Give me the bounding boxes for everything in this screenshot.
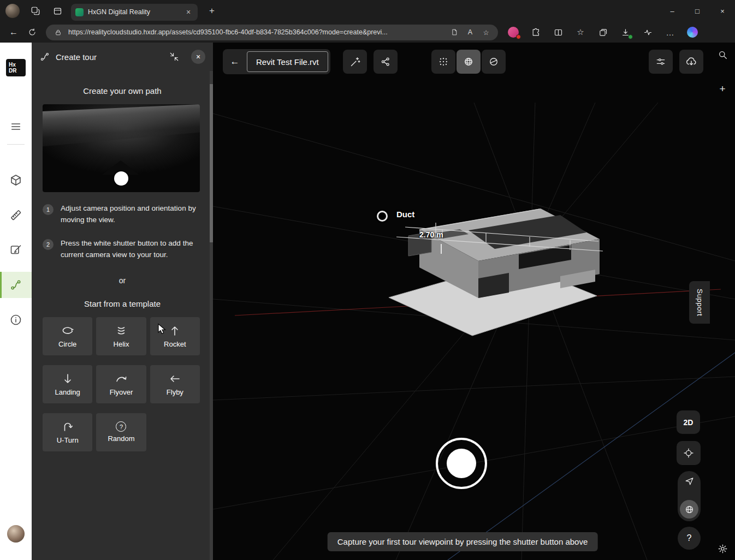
panel-header: Create tour ×	[32, 43, 213, 71]
cube-icon	[9, 174, 22, 187]
browser-tab[interactable]: HxGN Digital Reality ×	[71, 4, 198, 21]
info-icon	[9, 313, 22, 326]
new-tab-button[interactable]: +	[205, 5, 218, 16]
template-rocket-button[interactable]: Rocket	[150, 317, 200, 355]
magic-wand-icon	[349, 56, 361, 68]
hxdr-logo[interactable]: Hx DR	[6, 59, 26, 76]
duct-annotation-marker[interactable]	[377, 211, 388, 222]
tour-step-2: 2 Press the white shutter button to add …	[32, 238, 213, 261]
or-divider-label: or	[32, 276, 213, 285]
template-helix-button[interactable]: Helix	[96, 317, 146, 355]
edge-search-icon[interactable]	[716, 49, 728, 61]
locate-button[interactable]	[677, 441, 701, 465]
workspaces-icon[interactable]	[29, 5, 42, 17]
cloud-download-icon	[685, 56, 697, 68]
arrow-down-icon	[61, 372, 74, 385]
help-button[interactable]: ?	[678, 527, 701, 550]
edge-add-icon[interactable]: +	[716, 83, 728, 95]
address-bar[interactable]: https://realitycloudstudio.hxdr.app/asse…	[46, 25, 498, 40]
flyover-arc-icon	[115, 372, 128, 385]
step-number: 1	[43, 204, 54, 215]
arrow-up-icon	[168, 324, 181, 337]
thumbnail-shutter-icon	[114, 171, 128, 186]
browser-chrome: HxGN Digital Reality × + – □ × ← https:/…	[0, 0, 735, 43]
tab-strip: HxGN Digital Reality × + – □ ×	[0, 0, 735, 22]
u-turn-icon	[61, 420, 74, 433]
support-tab[interactable]: Support	[689, 281, 710, 324]
question-circle-icon: ?	[116, 421, 126, 432]
mesh-sphere-icon	[463, 56, 474, 67]
site-lock-icon[interactable]	[52, 27, 63, 38]
favorites-icon[interactable]: ☆	[574, 26, 587, 39]
template-circle-button[interactable]: Circle	[43, 317, 92, 355]
view-settings-button[interactable]	[649, 50, 673, 74]
shutter-button[interactable]	[436, 438, 487, 489]
browser-profile-avatar[interactable]	[5, 4, 20, 18]
split-screen-icon[interactable]	[552, 26, 565, 39]
page-actions-icon[interactable]	[449, 27, 460, 38]
viewport-3d[interactable]: ← Revit Test File.rvt	[213, 43, 735, 560]
measurement-tick	[441, 244, 442, 254]
mesh-view-button[interactable]	[457, 50, 481, 74]
point-cloud-view-button[interactable]	[431, 50, 455, 74]
edge-settings-gear-icon[interactable]	[716, 543, 728, 555]
sidebar-item-markup[interactable]	[0, 237, 32, 263]
sidebar-item-assets[interactable]	[0, 167, 32, 193]
template-flyover-button[interactable]: Flyover	[96, 365, 146, 403]
point-cloud-icon	[438, 56, 449, 67]
sidebar-item-tour[interactable]	[0, 272, 32, 298]
tour-icon	[39, 51, 50, 62]
user-avatar[interactable]	[7, 525, 25, 543]
browser-essentials-icon[interactable]	[641, 26, 654, 39]
tab-close-icon[interactable]: ×	[183, 8, 193, 16]
tour-preview-thumbnail	[43, 104, 200, 192]
crosshair-icon	[683, 448, 694, 458]
copilot-icon[interactable]	[686, 26, 699, 39]
hint-toast: Capture your first tour viewpoint by pre…	[328, 532, 598, 551]
template-flyby-button[interactable]: Flyby	[150, 365, 200, 403]
close-panel-icon[interactable]: ×	[191, 50, 205, 64]
browser-back-button[interactable]: ←	[4, 24, 23, 40]
markup-icon	[9, 243, 22, 257]
helix-icon	[115, 324, 128, 337]
pano-view-button[interactable]	[482, 50, 506, 74]
tab-actions-icon[interactable]	[51, 5, 63, 17]
left-sidebar: Hx DR	[0, 43, 32, 560]
mode-2d-button[interactable]: 2D	[677, 410, 700, 434]
window-close-button[interactable]: ×	[710, 0, 735, 22]
file-name-label[interactable]: Revit Test File.rvt	[247, 51, 328, 72]
window-maximize-button[interactable]: □	[685, 0, 710, 22]
tab-title: HxGN Digital Reality	[88, 8, 179, 16]
template-random-button[interactable]: ? Random	[96, 413, 146, 451]
sidebar-item-info[interactable]	[0, 307, 32, 333]
sidebar-item-measure[interactable]	[0, 202, 32, 228]
navigate-button[interactable]	[684, 476, 695, 488]
magic-wand-button[interactable]	[343, 50, 367, 74]
globe-button[interactable]	[680, 500, 698, 519]
read-aloud-icon[interactable]: A	[465, 27, 476, 38]
shutter-core	[447, 449, 476, 478]
share-button[interactable]	[374, 50, 398, 74]
tour-icon	[9, 278, 22, 291]
revit-model	[389, 208, 603, 336]
window-minimize-button[interactable]: –	[660, 0, 685, 22]
extensions-icon[interactable]	[529, 26, 542, 39]
profile-icon[interactable]	[507, 26, 520, 39]
browser-toolbar: ☆ …	[507, 26, 699, 39]
sphere-slice-icon	[488, 56, 499, 67]
browser-refresh-button[interactable]	[23, 24, 42, 40]
viewport-back-button[interactable]: ←	[223, 49, 247, 74]
favorite-star-icon[interactable]: ☆	[481, 27, 491, 38]
template-uturn-button[interactable]: U-Turn	[43, 413, 92, 451]
url-text: https://realitycloudstudio.hxdr.app/asse…	[68, 28, 444, 36]
path-heading: Create your own path	[32, 86, 213, 96]
collapse-panel-icon[interactable]	[167, 50, 181, 64]
menu-button[interactable]	[0, 114, 32, 140]
download-button[interactable]	[679, 50, 703, 74]
downloads-icon[interactable]	[619, 26, 632, 39]
navigation-pill	[678, 471, 701, 521]
template-landing-button[interactable]: Landing	[43, 365, 92, 403]
collections-icon[interactable]	[596, 26, 609, 39]
address-row: ← https://realitycloudstudio.hxdr.app/as…	[0, 22, 735, 43]
more-menu-icon[interactable]: …	[663, 26, 677, 39]
